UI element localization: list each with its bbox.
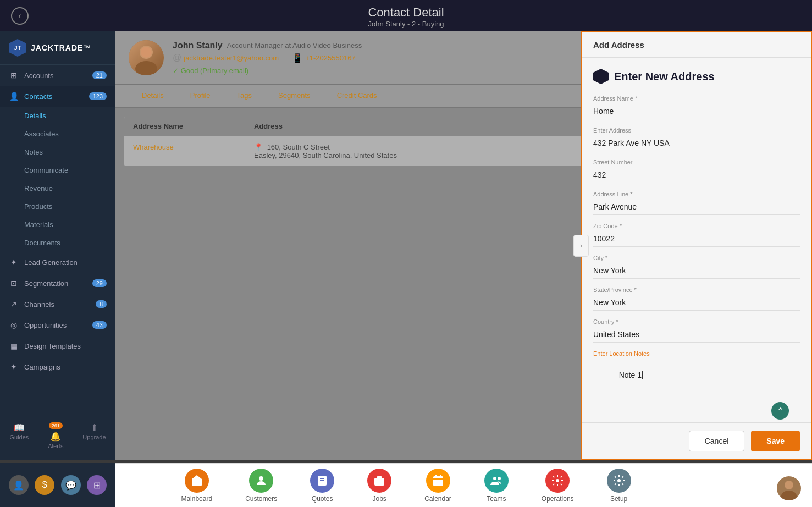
sidebar-item-design-templates[interactable]: ▦ Design Templates (0, 335, 115, 356)
back-button[interactable]: ‹ (11, 7, 29, 25)
bottom-nav-calendar[interactable]: Calendar (408, 464, 468, 507)
label-state: State/Province * (593, 286, 800, 293)
sidebar-alerts[interactable]: 261 🔔 Alerts (48, 418, 63, 454)
bottom-left-grid-icon[interactable]: ⊞ (87, 475, 107, 495)
design-templates-icon: ▦ (9, 341, 19, 350)
value-address-name[interactable]: Home (593, 103, 800, 119)
accounts-badge: 21 (92, 71, 107, 79)
sidebar-item-segmentation[interactable]: ⊡ Segmentation 29 (0, 273, 115, 294)
svg-point-16 (785, 481, 793, 489)
bottom-nav-bar: Mainboard Customers Quotes Jobs Calendar… (0, 463, 812, 507)
sidebar-item-contacts[interactable]: 👤 Contacts 123 (0, 86, 115, 107)
sidebar-item-materials[interactable]: Materials (0, 216, 115, 234)
bottom-nav-customers[interactable]: Customers (229, 464, 294, 507)
label-address-line: Address Line * (593, 191, 800, 197)
sidebar-item-notes[interactable]: Notes (0, 143, 115, 161)
bottom-nav-jobs[interactable]: Jobs (351, 464, 408, 507)
value-city[interactable]: New York (593, 263, 800, 279)
logo-text: JACKTRADE™ (31, 43, 91, 52)
value-enter-address[interactable]: 432 Park Ave NY USA (593, 135, 800, 151)
tab-profile[interactable]: Profile (177, 85, 224, 107)
contact-phone: +1-2025550167 (305, 54, 355, 62)
add-address-panel: Add Address › Enter New Address Address … (581, 31, 812, 460)
bottom-nav-setup[interactable]: Setup (590, 464, 648, 507)
field-zip-code: Zip Code * 10022 (593, 223, 800, 247)
scroll-up-button[interactable]: ⌃ (771, 402, 789, 420)
field-state: State/Province * New York (593, 286, 800, 311)
bottom-nav-mainboard[interactable]: Mainboard (164, 464, 229, 507)
sidebar-item-channels[interactable]: ↗ Channels 8 (0, 294, 115, 315)
sidebar-bottom: 📖 Guides 261 🔔 Alerts ⬆ Upgrade (0, 411, 115, 460)
sidebar: JT JACKTRADE™ ⊞ Accounts 21 👤 Contacts 1… (0, 31, 115, 460)
svg-point-2 (141, 47, 152, 58)
avatar (129, 40, 164, 75)
bottom-left-user-icon[interactable]: 👤 (9, 475, 29, 495)
value-country[interactable]: United States (593, 327, 800, 343)
label-notes: Enter Location Notes (593, 350, 800, 357)
tab-credit-cards[interactable]: Credit Cards (324, 85, 390, 107)
sidebar-label-communicate: Communicate (24, 166, 68, 174)
sidebar-item-accounts[interactable]: ⊞ Accounts 21 (0, 65, 115, 86)
tab-tags[interactable]: Tags (224, 85, 265, 107)
contacts-badge: 123 (89, 92, 107, 100)
channels-badge: 8 (96, 300, 107, 308)
sidebar-item-communicate[interactable]: Communicate (0, 161, 115, 179)
value-notes[interactable]: Note 1 (593, 359, 800, 392)
sidebar-guides[interactable]: 📖 Guides (9, 418, 29, 454)
email-status: ✓ Good (Primary email) (173, 67, 248, 75)
panel-slide-button[interactable]: › (573, 235, 589, 257)
bottom-nav-quotes[interactable]: Quotes (294, 464, 351, 507)
tab-details[interactable]: Details (129, 85, 177, 107)
main-layout: JT JACKTRADE™ ⊞ Accounts 21 👤 Contacts 1… (0, 31, 812, 460)
svg-point-13 (498, 477, 501, 480)
teams-icon (484, 469, 509, 493)
value-street-number[interactable]: 432 (593, 167, 800, 183)
field-street-number: Street Number 432 (593, 159, 800, 183)
bottom-left-chat-icon[interactable]: 💬 (61, 475, 81, 495)
field-country: Country * United States (593, 318, 800, 343)
content-area: John Stanly Account Manager at Audio Vid… (115, 31, 812, 460)
cancel-button[interactable]: Cancel (689, 431, 745, 451)
alerts-icon: 🔔 (50, 431, 61, 442)
guides-label: Guides (9, 434, 29, 440)
opportunities-badge: 43 (92, 321, 107, 329)
contact-title: Account Manager at Audio Video Business (227, 41, 362, 49)
sidebar-item-opportunities[interactable]: ◎ Opportunities 43 (0, 315, 115, 335)
tab-segments[interactable]: Segments (265, 85, 324, 107)
quotes-icon (310, 469, 334, 493)
value-address-line[interactable]: Park Avenue (593, 199, 800, 215)
mainboard-icon (185, 469, 209, 493)
sidebar-item-associates[interactable]: Associates (0, 125, 115, 143)
segmentation-badge: 29 (92, 279, 107, 287)
sidebar-item-revenue[interactable]: Revenue (0, 179, 115, 197)
sidebar-item-campaigns[interactable]: ✦ Campaigns (0, 356, 115, 377)
sidebar-label-notes: Notes (24, 148, 43, 156)
sidebar-item-details[interactable]: Details (0, 107, 115, 125)
alerts-badge: 261 (49, 422, 63, 429)
address-line1: 160, South C Street (267, 143, 330, 151)
label-address-name: Address Name * (593, 95, 800, 102)
bottom-left-icons: 👤 $ 💬 ⊞ (0, 463, 115, 507)
save-button[interactable]: Save (751, 431, 800, 451)
bottom-left-dollar-icon[interactable]: $ (35, 475, 54, 495)
bottom-right-user-avatar[interactable] (777, 476, 801, 500)
upgrade-label: Upgrade (82, 434, 106, 440)
sidebar-label-revenue: Revenue (24, 184, 53, 192)
address-name-cell[interactable]: Wharehouse (133, 143, 254, 151)
value-zip-code[interactable]: 10022 (593, 231, 800, 247)
sidebar-label-lead-gen: Lead Generation (24, 258, 78, 267)
page-title: Contact Detail (0, 5, 812, 20)
sidebar-item-products[interactable]: Products (0, 197, 115, 216)
sidebar-item-lead-generation[interactable]: ✦ Lead Generation (0, 252, 115, 273)
value-state[interactable]: New York (593, 295, 800, 311)
panel-scrollable[interactable]: Enter New Address Address Name * Home En… (582, 58, 811, 422)
bottom-nav-operations[interactable]: Operations (525, 464, 590, 507)
svg-rect-7 (374, 478, 384, 486)
operations-icon (545, 469, 570, 493)
sidebar-item-documents[interactable]: Documents (0, 234, 115, 252)
channels-icon: ↗ (9, 300, 19, 308)
label-country: Country * (593, 318, 800, 325)
logo-icon: JT (9, 39, 26, 57)
bottom-nav-teams[interactable]: Teams (468, 464, 525, 507)
sidebar-upgrade[interactable]: ⬆ Upgrade (82, 418, 106, 454)
